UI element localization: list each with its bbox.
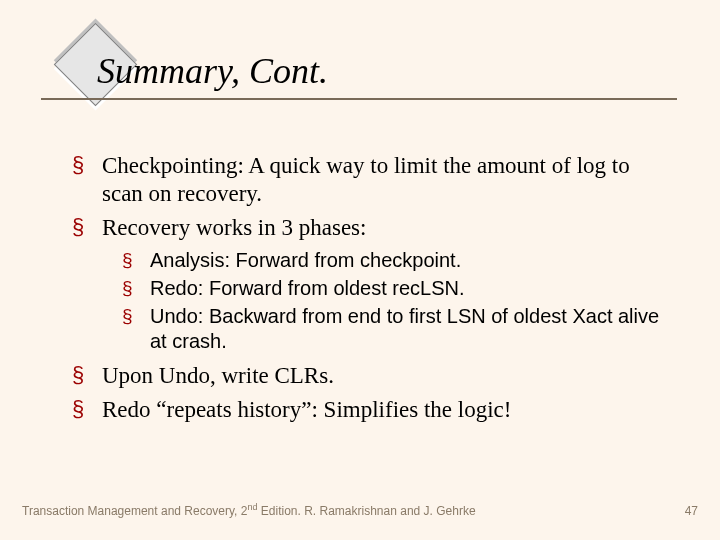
bullet-text: Recovery works in 3 phases:	[102, 215, 366, 240]
title-block: Summary, Cont.	[66, 35, 356, 94]
title-underline	[41, 98, 677, 100]
footer-book: Transaction Management and Recovery,	[22, 504, 241, 518]
bullet-text: Analysis: Forward from checkpoint.	[150, 249, 461, 271]
list-item: Recovery works in 3 phases: Analysis: Fo…	[66, 214, 666, 354]
footer-edition-suffix: nd	[247, 502, 257, 512]
bullet-text: Redo “repeats history”: Simplifies the l…	[102, 397, 511, 422]
list-item: Undo: Backward from end to first LSN of …	[120, 304, 666, 354]
footer-citation: Transaction Management and Recovery, 2nd…	[22, 502, 476, 518]
footer-edition-tail: Edition. R. Ramakrishnan and J. Gehrke	[257, 504, 475, 518]
list-item: Redo “repeats history”: Simplifies the l…	[66, 396, 666, 424]
page-number: 47	[685, 504, 698, 518]
bullet-text: Redo: Forward from oldest recLSN.	[150, 277, 465, 299]
bullet-text: Upon Undo, write CLRs.	[102, 363, 334, 388]
content-area: Checkpointing: A quick way to limit the …	[66, 152, 666, 430]
sub-list: Analysis: Forward from checkpoint. Redo:…	[102, 248, 666, 354]
list-item: Checkpointing: A quick way to limit the …	[66, 152, 666, 208]
list-item: Redo: Forward from oldest recLSN.	[120, 276, 666, 301]
bullet-list: Checkpointing: A quick way to limit the …	[66, 152, 666, 424]
list-item: Upon Undo, write CLRs.	[66, 362, 666, 390]
slide-title: Summary, Cont.	[97, 50, 328, 92]
bullet-text: Checkpointing: A quick way to limit the …	[102, 153, 630, 206]
slide: Summary, Cont. Checkpointing: A quick wa…	[0, 0, 720, 540]
bullet-text: Undo: Backward from end to first LSN of …	[150, 305, 659, 352]
list-item: Analysis: Forward from checkpoint.	[120, 248, 666, 273]
